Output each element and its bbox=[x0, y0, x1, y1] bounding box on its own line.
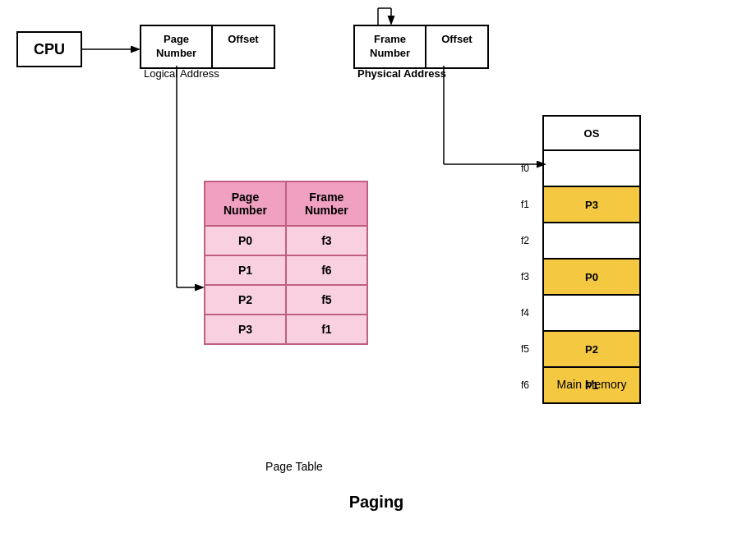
frame-content: P0 bbox=[585, 271, 598, 283]
frame-content: P3 bbox=[585, 199, 598, 211]
cpu-box: CPU bbox=[16, 31, 82, 67]
page-table-col2-header: FrameNumber bbox=[286, 181, 367, 226]
frame-label: f0 bbox=[521, 163, 529, 174]
frame-content: OS bbox=[584, 127, 600, 140]
page-table-col1-header: PageNumber bbox=[205, 181, 286, 226]
frame-label: f4 bbox=[521, 307, 529, 319]
frame-label: f3 bbox=[521, 271, 529, 282]
table-row: f3 bbox=[286, 226, 367, 255]
logical-offset-cell: Offset bbox=[213, 26, 274, 67]
table-row: P0 bbox=[205, 226, 286, 255]
table-row: P1 bbox=[205, 255, 286, 285]
logical-address-box: PageNumber Offset bbox=[140, 25, 275, 69]
memory-frame: f4 bbox=[542, 296, 641, 332]
physical-offset-cell: Offset bbox=[426, 26, 487, 67]
table-row: f1 bbox=[286, 315, 367, 344]
frame-label: f5 bbox=[521, 343, 529, 355]
page-table-label: Page Table bbox=[204, 460, 385, 473]
table-row: f5 bbox=[286, 285, 367, 315]
memory-frame: f0 bbox=[542, 151, 641, 187]
memory-frame: OS bbox=[542, 115, 641, 151]
main-memory-label: Main Memory bbox=[542, 378, 641, 391]
frame-label: f1 bbox=[521, 199, 529, 210]
frame-label: f2 bbox=[521, 235, 529, 246]
logical-address-label: Logical Address bbox=[144, 67, 219, 80]
physical-frame-number-cell: FrameNumber bbox=[355, 26, 426, 67]
table-row: P3 bbox=[205, 315, 286, 344]
frame-label: f6 bbox=[521, 379, 529, 391]
memory-frame: f5P2 bbox=[542, 332, 641, 368]
physical-address-box: FrameNumber Offset bbox=[353, 25, 489, 69]
paging-title: Paging bbox=[204, 493, 549, 512]
memory-frame: f3P0 bbox=[542, 260, 641, 296]
table-row: f6 bbox=[286, 255, 367, 285]
page-table-container: PageNumber FrameNumber P0f3P1f6P2f5P3f1 bbox=[204, 181, 368, 345]
frame-content: P2 bbox=[585, 343, 598, 356]
table-row: P2 bbox=[205, 285, 286, 315]
physical-address-label: Physical Address bbox=[357, 67, 446, 80]
logical-page-number-cell: PageNumber bbox=[141, 26, 213, 67]
memory-frame: f1P3 bbox=[542, 187, 641, 223]
diagram-container: CPU PageNumber Offset Logical Address Fr… bbox=[0, 0, 756, 542]
cpu-label: CPU bbox=[34, 41, 65, 58]
memory-frame: f2 bbox=[542, 223, 641, 260]
page-table: PageNumber FrameNumber P0f3P1f6P2f5P3f1 bbox=[204, 181, 368, 345]
main-memory-container: OSf0f1P3f2f3P0f4f5P2f6P1 bbox=[542, 115, 641, 404]
